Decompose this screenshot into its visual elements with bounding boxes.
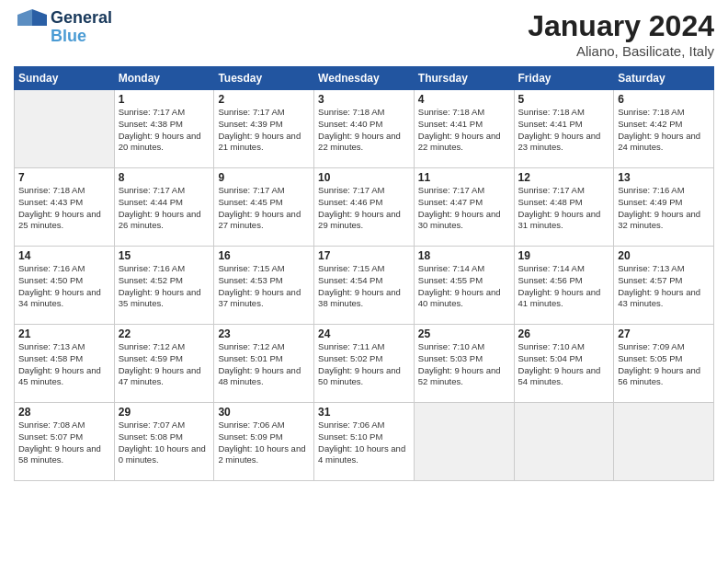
day-number: 4 — [418, 93, 510, 106]
calendar-cell: 31Sunrise: 7:06 AMSunset: 5:10 PMDayligh… — [314, 403, 415, 481]
day-info: Sunrise: 7:13 AMSunset: 4:57 PMDaylight:… — [618, 263, 710, 310]
svg-marker-0 — [32, 9, 47, 26]
calendar-cell: 18Sunrise: 7:14 AMSunset: 4:55 PMDayligh… — [414, 247, 514, 325]
calendar-cell: 20Sunrise: 7:13 AMSunset: 4:57 PMDayligh… — [614, 247, 714, 325]
day-info: Sunrise: 7:10 AMSunset: 5:04 PMDaylight:… — [518, 341, 610, 388]
day-info: Sunrise: 7:06 AMSunset: 5:09 PMDaylight:… — [218, 419, 310, 466]
day-number: 6 — [618, 93, 710, 106]
location: Aliano, Basilicate, Italy — [528, 43, 714, 59]
logo-general: General — [51, 9, 112, 28]
day-number: 30 — [218, 406, 310, 419]
day-info: Sunrise: 7:17 AMSunset: 4:45 PMDaylight:… — [218, 185, 310, 232]
day-info: Sunrise: 7:11 AMSunset: 5:02 PMDaylight:… — [318, 341, 410, 388]
calendar-week-row: 7Sunrise: 7:18 AMSunset: 4:43 PMDaylight… — [15, 168, 714, 247]
day-info: Sunrise: 7:06 AMSunset: 5:10 PMDaylight:… — [318, 419, 410, 466]
day-info: Sunrise: 7:18 AMSunset: 4:42 PMDaylight:… — [618, 107, 710, 154]
day-info: Sunrise: 7:14 AMSunset: 4:56 PMDaylight:… — [518, 263, 610, 310]
calendar-cell: 26Sunrise: 7:10 AMSunset: 5:04 PMDayligh… — [514, 325, 614, 403]
col-saturday: Saturday — [614, 67, 714, 90]
day-number: 23 — [218, 327, 310, 340]
col-wednesday: Wednesday — [314, 67, 415, 90]
calendar-cell: 23Sunrise: 7:12 AMSunset: 5:01 PMDayligh… — [214, 325, 314, 403]
day-info: Sunrise: 7:16 AMSunset: 4:50 PMDaylight:… — [18, 263, 110, 310]
calendar-cell: 6Sunrise: 7:18 AMSunset: 4:42 PMDaylight… — [614, 90, 714, 168]
calendar-cell: 27Sunrise: 7:09 AMSunset: 5:05 PMDayligh… — [614, 325, 714, 403]
calendar-cell: 11Sunrise: 7:17 AMSunset: 4:47 PMDayligh… — [414, 168, 514, 247]
day-info: Sunrise: 7:17 AMSunset: 4:47 PMDaylight:… — [418, 185, 510, 232]
logo-bird-icon — [14, 9, 47, 42]
day-number: 22 — [119, 327, 210, 340]
calendar-cell: 29Sunrise: 7:07 AMSunset: 5:08 PMDayligh… — [114, 403, 214, 481]
calendar-cell: 7Sunrise: 7:18 AMSunset: 4:43 PMDaylight… — [15, 168, 115, 247]
day-number: 13 — [618, 171, 710, 184]
page-container: General Blue January 2024 Aliano, Basili… — [0, 0, 728, 490]
day-info: Sunrise: 7:18 AMSunset: 4:41 PMDaylight:… — [418, 107, 510, 154]
calendar-week-row: 1Sunrise: 7:17 AMSunset: 4:38 PMDaylight… — [15, 90, 714, 168]
day-info: Sunrise: 7:18 AMSunset: 4:40 PMDaylight:… — [318, 107, 410, 154]
calendar-cell: 25Sunrise: 7:10 AMSunset: 5:03 PMDayligh… — [414, 325, 514, 403]
day-number: 14 — [18, 249, 110, 262]
logo: General Blue — [14, 9, 112, 46]
calendar-cell: 19Sunrise: 7:14 AMSunset: 4:56 PMDayligh… — [514, 247, 614, 325]
calendar-cell — [614, 403, 714, 481]
col-friday: Friday — [514, 67, 614, 90]
day-info: Sunrise: 7:17 AMSunset: 4:48 PMDaylight:… — [518, 185, 610, 232]
day-info: Sunrise: 7:17 AMSunset: 4:38 PMDaylight:… — [119, 107, 210, 154]
calendar-week-row: 21Sunrise: 7:13 AMSunset: 4:58 PMDayligh… — [15, 325, 714, 403]
calendar-week-row: 28Sunrise: 7:08 AMSunset: 5:07 PMDayligh… — [15, 403, 714, 481]
calendar-cell: 1Sunrise: 7:17 AMSunset: 4:38 PMDaylight… — [114, 90, 214, 168]
calendar-cell: 9Sunrise: 7:17 AMSunset: 4:45 PMDaylight… — [214, 168, 314, 247]
day-number: 2 — [218, 93, 310, 106]
day-info: Sunrise: 7:14 AMSunset: 4:55 PMDaylight:… — [418, 263, 510, 310]
day-number: 25 — [418, 327, 510, 340]
day-number: 5 — [518, 93, 610, 106]
day-info: Sunrise: 7:10 AMSunset: 5:03 PMDaylight:… — [418, 341, 510, 388]
calendar-cell: 10Sunrise: 7:17 AMSunset: 4:46 PMDayligh… — [314, 168, 415, 247]
calendar-cell — [514, 403, 614, 481]
calendar-cell: 28Sunrise: 7:08 AMSunset: 5:07 PMDayligh… — [15, 403, 115, 481]
day-info: Sunrise: 7:07 AMSunset: 5:08 PMDaylight:… — [119, 419, 210, 466]
day-info: Sunrise: 7:08 AMSunset: 5:07 PMDaylight:… — [18, 419, 110, 466]
calendar-cell — [414, 403, 514, 481]
calendar-cell: 16Sunrise: 7:15 AMSunset: 4:53 PMDayligh… — [214, 247, 314, 325]
day-number: 29 — [119, 406, 210, 419]
day-info: Sunrise: 7:17 AMSunset: 4:44 PMDaylight:… — [119, 185, 210, 232]
calendar-cell — [15, 90, 115, 168]
calendar-cell: 21Sunrise: 7:13 AMSunset: 4:58 PMDayligh… — [15, 325, 115, 403]
day-number: 9 — [218, 171, 310, 184]
day-number: 10 — [318, 171, 410, 184]
day-number: 28 — [18, 406, 110, 419]
calendar-body: 1Sunrise: 7:17 AMSunset: 4:38 PMDaylight… — [15, 90, 714, 481]
day-number: 3 — [318, 93, 410, 106]
day-number: 16 — [218, 249, 310, 262]
calendar-cell: 4Sunrise: 7:18 AMSunset: 4:41 PMDaylight… — [414, 90, 514, 168]
calendar-cell: 3Sunrise: 7:18 AMSunset: 4:40 PMDaylight… — [314, 90, 415, 168]
calendar-cell: 5Sunrise: 7:18 AMSunset: 4:41 PMDaylight… — [514, 90, 614, 168]
month-title: January 2024 — [528, 9, 714, 43]
day-number: 8 — [119, 171, 210, 184]
day-number: 7 — [18, 171, 110, 184]
calendar-week-row: 14Sunrise: 7:16 AMSunset: 4:50 PMDayligh… — [15, 247, 714, 325]
day-number: 12 — [518, 171, 610, 184]
day-number: 15 — [119, 249, 210, 262]
day-info: Sunrise: 7:16 AMSunset: 4:52 PMDaylight:… — [119, 263, 210, 310]
day-number: 18 — [418, 249, 510, 262]
day-info: Sunrise: 7:15 AMSunset: 4:54 PMDaylight:… — [318, 263, 410, 310]
calendar-cell: 12Sunrise: 7:17 AMSunset: 4:48 PMDayligh… — [514, 168, 614, 247]
calendar-cell: 30Sunrise: 7:06 AMSunset: 5:09 PMDayligh… — [214, 403, 314, 481]
calendar-cell: 13Sunrise: 7:16 AMSunset: 4:49 PMDayligh… — [614, 168, 714, 247]
day-info: Sunrise: 7:15 AMSunset: 4:53 PMDaylight:… — [218, 263, 310, 310]
day-info: Sunrise: 7:12 AMSunset: 4:59 PMDaylight:… — [119, 341, 210, 388]
calendar-cell: 2Sunrise: 7:17 AMSunset: 4:39 PMDaylight… — [214, 90, 314, 168]
day-number: 19 — [518, 249, 610, 262]
calendar-cell: 22Sunrise: 7:12 AMSunset: 4:59 PMDayligh… — [114, 325, 214, 403]
day-number: 17 — [318, 249, 410, 262]
col-monday: Monday — [114, 67, 214, 90]
day-info: Sunrise: 7:16 AMSunset: 4:49 PMDaylight:… — [618, 185, 710, 232]
calendar-cell: 8Sunrise: 7:17 AMSunset: 4:44 PMDaylight… — [114, 168, 214, 247]
day-number: 20 — [618, 249, 710, 262]
col-tuesday: Tuesday — [214, 67, 314, 90]
day-info: Sunrise: 7:18 AMSunset: 4:43 PMDaylight:… — [18, 185, 110, 232]
day-info: Sunrise: 7:12 AMSunset: 5:01 PMDaylight:… — [218, 341, 310, 388]
day-info: Sunrise: 7:17 AMSunset: 4:39 PMDaylight:… — [218, 107, 310, 154]
